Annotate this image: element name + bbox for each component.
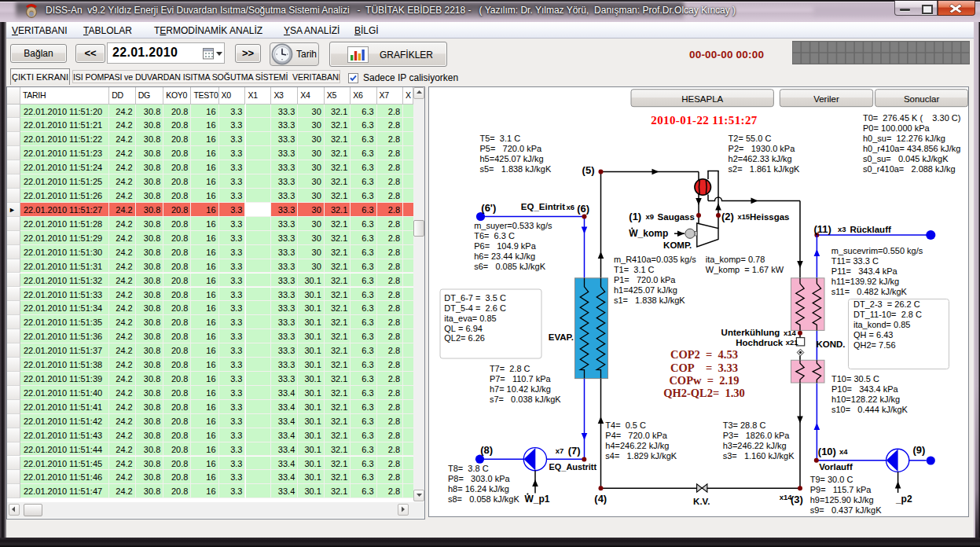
svg-text:(11): (11) (813, 223, 831, 235)
svg-text:T6= 6.3 C: T6= 6.3 C (474, 231, 515, 240)
svg-text:DT_6-7 = 3.5 C: DT_6-7 = 3.5 C (444, 293, 506, 303)
svg-text:m_sucevrim=0.550 kg/s: m_sucevrim=0.550 kg/s (831, 246, 923, 255)
svg-text:s7= 0.038 kJ/kgK: s7= 0.038 kJ/kgK (490, 395, 561, 404)
svg-text:x14: x14 (784, 329, 797, 337)
svg-text:(5): (5) (582, 164, 595, 176)
svg-text:T9= 30.0 C: T9= 30.0 C (810, 475, 853, 484)
svg-text:ita_kond= 0.85: ita_kond= 0.85 (853, 320, 910, 329)
svg-text:T4= 0.5 C: T4= 0.5 C (605, 420, 646, 430)
svg-text:P0= 100.000 kPa: P0= 100.000 kPa (863, 123, 930, 133)
svg-text:QL2= 6.26: QL2= 6.26 (444, 333, 485, 343)
svg-text:P11= 343.4 kPa: P11= 343.4 kPa (831, 266, 898, 276)
svg-text:DT_11-10= 2.8 C: DT_11-10= 2.8 C (853, 310, 922, 319)
svg-text:(3): (3) (791, 494, 803, 505)
svg-text:(6): (6) (577, 203, 589, 215)
svg-text:W_komp: W_komp (629, 228, 668, 239)
svg-text:s10= 0.444 kJ/kgK: s10= 0.444 kJ/kgK (831, 405, 908, 414)
svg-text:T10= 30.5 C: T10= 30.5 C (831, 374, 879, 384)
svg-text:h11=139.92 kJ/kg: h11=139.92 kJ/kg (831, 277, 899, 286)
svg-text:x7: x7 (556, 446, 564, 455)
svg-text:h1=425.07 kJ/kg: h1=425.07 kJ/kg (614, 285, 677, 295)
svg-text:COPw = 2.19: COPw = 2.19 (669, 374, 739, 387)
svg-text:ita_eva= 0.85: ita_eva= 0.85 (444, 314, 496, 323)
svg-text:(4): (4) (594, 493, 607, 505)
svg-text:P5= 720.0 kPa: P5= 720.0 kPa (480, 144, 542, 153)
svg-text:P10= 343.4 kPa: P10= 343.4 kPa (831, 384, 899, 394)
svg-text:T0= 276.45 K ( 3.30 C): T0= 276.45 K ( 3.30 C) (863, 113, 960, 123)
svg-text:T7= 2.8 C: T7= 2.8 C (490, 364, 530, 373)
svg-text:_p2: _p2 (895, 494, 912, 505)
svg-text:P2= 1930.0 kPa: P2= 1930.0 kPa (729, 144, 796, 153)
svg-text:(7): (7) (568, 445, 581, 457)
svg-text:h10=128.22 kJ/kg: h10=128.22 kJ/kg (831, 395, 900, 404)
svg-text:s3= 1.160 kJ/kgK: s3= 1.160 kJ/kgK (723, 451, 795, 461)
svg-text:s2= 1.861 kJ/kgK: s2= 1.861 kJ/kgK (729, 164, 800, 174)
svg-text:P9= 115.7 kPa: P9= 115.7 kPa (810, 485, 872, 494)
svg-text:Heissgas: Heissgas (750, 212, 790, 222)
svg-text:h4=246.22 kJ/kg: h4=246.22 kJ/kg (605, 441, 669, 450)
svg-text:s1= 1.838 kJ/kgK: s1= 1.838 kJ/kgK (614, 296, 685, 305)
svg-text:T2= 55.0 C: T2= 55.0 C (729, 134, 772, 143)
svg-text:(2): (2) (721, 211, 734, 222)
svg-text:x15: x15 (738, 213, 751, 221)
svg-text:Sonuclar: Sonuclar (904, 94, 940, 104)
svg-text:DT_5-4 = 2.6 C: DT_5-4 = 2.6 C (444, 303, 506, 313)
svg-text:T5= 3.1 C: T5= 3.1 C (480, 134, 521, 143)
svg-text:QH2= 7.56: QH2= 7.56 (853, 340, 896, 350)
svg-text:T8= 3.8 C: T8= 3.8 C (448, 464, 489, 473)
svg-text:KOMP.: KOMP. (663, 240, 692, 250)
svg-text:T1= 3.1 C: T1= 3.1 C (614, 265, 655, 274)
svg-text:EQ_Eintrit: EQ_Eintrit (521, 202, 565, 211)
svg-text:QH2-QL2= 1.30: QH2-QL2= 1.30 (663, 387, 745, 399)
svg-text:(9): (9) (913, 444, 926, 456)
svg-text:T3= 28.8 C: T3= 28.8 C (723, 420, 766, 430)
svg-text:ita_komp= 0.78: ita_komp= 0.78 (706, 255, 765, 264)
svg-text:(10): (10) (818, 446, 836, 457)
svg-text:(6'): (6') (481, 202, 496, 214)
svg-text:h2=462.33 kJ/kg: h2=462.33 kJ/kg (729, 154, 792, 163)
svg-text:P7= 110.7 kPa: P7= 110.7 kPa (490, 374, 552, 384)
svg-text:P6= 104.9 kPa: P6= 104.9 kPa (474, 241, 536, 251)
svg-text:EVAP.: EVAP. (549, 332, 574, 342)
svg-text:x21: x21 (786, 338, 799, 347)
svg-text:s5= 1.838 kJ/kgK: s5= 1.838 kJ/kgK (480, 164, 552, 174)
svg-text:x9: x9 (646, 212, 655, 221)
svg-text:Hochdruck: Hochdruck (736, 338, 784, 347)
svg-text:h3=246.22 kJ/kg: h3=246.22 kJ/kg (723, 441, 787, 450)
svg-text:h6= 23.44 kJ/kg: h6= 23.44 kJ/kg (474, 251, 535, 261)
svg-text:HESAPLA: HESAPLA (681, 94, 723, 104)
svg-text:(1): (1) (629, 211, 641, 222)
svg-text:m_R410a=0.035 kg/s: m_R410a=0.035 kg/s (614, 255, 696, 264)
svg-text:s0_r410a= 2.088 kJ/kg: s0_r410a= 2.088 kJ/kg (863, 164, 956, 174)
svg-text:h0_r410a= 434.856 kJ/kg: h0_r410a= 434.856 kJ/kg (863, 144, 960, 153)
svg-text:s11= 0.482 kJ/kgK: s11= 0.482 kJ/kgK (831, 287, 908, 296)
svg-text:EQ_Austritt: EQ_Austritt (549, 462, 597, 472)
svg-text:QH = 6.43: QH = 6.43 (853, 330, 893, 340)
svg-text:m_suyer=0.533 kg/s: m_suyer=0.533 kg/s (474, 221, 552, 230)
svg-text:T11= 33.3 C: T11= 33.3 C (831, 256, 879, 266)
svg-text:QL = 6.94: QL = 6.94 (444, 324, 483, 333)
svg-text:COP = 3.33: COP = 3.33 (670, 362, 738, 374)
svg-text:s6= 0.085 kJ/kgK: s6= 0.085 kJ/kgK (474, 262, 545, 271)
svg-text:Vorlauff: Vorlauff (819, 462, 853, 472)
svg-text:Veriler: Veriler (813, 94, 839, 104)
svg-text:2010-01-22 11:51:27: 2010-01-22 11:51:27 (651, 114, 758, 127)
svg-text:Saugass: Saugass (658, 212, 695, 222)
svg-text:x3: x3 (838, 225, 846, 233)
svg-text:(8): (8) (480, 444, 493, 456)
svg-text:W_komp = 1.67 kW: W_komp = 1.67 kW (706, 265, 784, 274)
svg-text:DT_2-3 = 26.2 C: DT_2-3 = 26.2 C (853, 299, 920, 309)
svg-text:P8= 303.0 kPa: P8= 303.0 kPa (448, 474, 510, 483)
svg-text:K.V.: K.V. (693, 497, 710, 506)
svg-text:Unterkühlung: Unterkühlung (721, 328, 780, 337)
svg-text:h7= 10.42 kJ/kg: h7= 10.42 kJ/kg (490, 384, 551, 394)
svg-text:s8= 0.058 kJ/kgK: s8= 0.058 kJ/kgK (448, 494, 519, 504)
svg-text:W_p1: W_p1 (524, 494, 549, 505)
svg-text:s4= 1.829 kJ/kgK: s4= 1.829 kJ/kgK (605, 451, 677, 461)
svg-text:s9= 0.437 kJ/kgK: s9= 0.437 kJ/kgK (810, 505, 882, 515)
svg-text:h5=425.07 kJ/kg: h5=425.07 kJ/kg (480, 154, 544, 163)
svg-text:KOND.: KOND. (817, 340, 846, 349)
svg-text:h0_su= 12.276 kJ/kg: h0_su= 12.276 kJ/kg (863, 134, 945, 143)
svg-text:x6: x6 (567, 203, 575, 211)
svg-text:x4: x4 (839, 447, 848, 456)
